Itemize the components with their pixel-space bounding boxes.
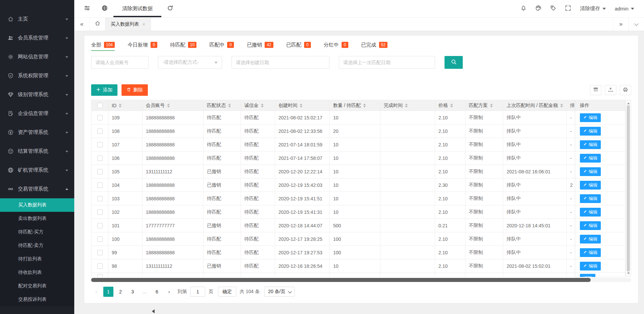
filter-tab[interactable]: 今日新增0 <box>128 38 157 52</box>
theme-button[interactable] <box>531 5 546 12</box>
filter-tab[interactable]: 匹配中0 <box>209 38 234 52</box>
export-button[interactable] <box>605 85 616 95</box>
edit-button[interactable]: 编辑 <box>580 248 601 257</box>
column-header-last_match[interactable]: 上次匹配时间 / 匹配金额 <box>503 100 567 111</box>
search-button[interactable] <box>445 56 463 69</box>
refresh-button[interactable] <box>161 0 179 17</box>
sidebar-item-infinity[interactable]: 交易管理系统 <box>0 179 74 198</box>
filter-tab[interactable]: 已撤销42 <box>247 38 273 52</box>
row-checkbox[interactable] <box>97 169 103 174</box>
sidebar-subitem[interactable]: 待收款列表 <box>0 266 74 279</box>
table-horizontal-scrollbar[interactable] <box>91 278 631 282</box>
user-dropdown[interactable]: admin <box>610 6 639 11</box>
column-header-queue_time[interactable]: 排单时间 <box>567 100 575 111</box>
tabs-scroll-left-button[interactable]: « <box>74 18 90 31</box>
sidebar-subitem[interactable]: 待匹配-买方 <box>0 225 74 239</box>
last-match-date-input[interactable] <box>339 56 435 69</box>
sidebar-subitem[interactable]: 配对交易列表 <box>0 279 74 293</box>
sidebar-item-shield[interactable]: 系统权限管理 <box>0 66 74 85</box>
print-button[interactable] <box>620 85 631 95</box>
topnav-active-item[interactable]: 清除测试数据 <box>113 0 161 17</box>
sidebar-item-doc[interactable]: 企业信息管理 <box>0 104 74 123</box>
sidebar-subitem[interactable]: 待匹配-卖方 <box>0 239 74 252</box>
page-size-select[interactable]: 20 条/页 <box>264 287 294 297</box>
column-header-price[interactable]: 价格 <box>435 100 465 111</box>
layout-toggle-button[interactable] <box>78 0 96 17</box>
select-all-checkbox[interactable] <box>97 103 103 108</box>
account-input[interactable] <box>91 56 149 69</box>
sidebar-item-globe[interactable]: 矿机管理系统 <box>0 161 74 179</box>
column-header-id[interactable]: ID <box>108 100 142 111</box>
tabs-menu-button[interactable] <box>628 18 644 31</box>
row-checkbox[interactable] <box>97 196 103 201</box>
page-number-button[interactable]: 1 <box>103 287 113 297</box>
edit-button[interactable]: 编辑 <box>580 235 601 244</box>
goto-page-input[interactable] <box>190 287 205 297</box>
sidebar-subitem[interactable]: 卖出数据列表 <box>0 212 74 225</box>
page-scroll-left-icon[interactable] <box>150 309 155 313</box>
edit-button[interactable]: 编辑 <box>580 262 601 270</box>
sidebar-item-home[interactable]: 主页 <box>0 9 74 28</box>
add-button[interactable]: 添加 <box>91 84 117 96</box>
edit-button[interactable]: 编辑 <box>580 194 601 203</box>
create-date-input[interactable] <box>232 56 329 69</box>
filter-tab[interactable]: 分红中0 <box>324 38 348 52</box>
edit-button[interactable]: 编辑 <box>580 113 601 122</box>
row-checkbox[interactable] <box>97 209 103 215</box>
column-header-created_at[interactable]: 创建时间 <box>275 100 330 111</box>
filter-tab[interactable]: 已完成52 <box>361 38 387 52</box>
row-checkbox[interactable] <box>97 155 103 161</box>
match-method-select[interactable]: -请选择匹配方式- <box>158 56 222 69</box>
page-number-button[interactable]: 2 <box>115 287 126 297</box>
page-number-button[interactable]: 3 <box>128 287 138 297</box>
columns-toggle-button[interactable] <box>590 85 601 95</box>
page-ellipsis[interactable]: … <box>140 287 150 297</box>
sidebar-item-gem[interactable]: 级别管理系统 <box>0 85 74 104</box>
goto-confirm-button[interactable]: 确定 <box>218 287 236 297</box>
sidebar-item-users[interactable]: 会员系统管理 <box>0 28 74 47</box>
edit-button[interactable]: 编辑 <box>580 274 595 277</box>
row-checkbox[interactable] <box>97 142 103 147</box>
row-checkbox[interactable] <box>97 236 103 242</box>
edit-button[interactable]: 编辑 <box>580 208 601 217</box>
prev-page-button[interactable]: ‹ <box>91 287 101 297</box>
row-checkbox[interactable] <box>97 263 103 269</box>
clear-cache-dropdown[interactable]: 清除缓存 <box>575 5 610 12</box>
row-checkbox[interactable] <box>97 274 103 277</box>
sidebar-item-yen[interactable]: 资产管理系统 <box>0 123 74 142</box>
row-checkbox[interactable] <box>97 115 103 120</box>
edit-button[interactable]: 编辑 <box>580 167 601 176</box>
column-header-account[interactable]: 会员账号 <box>142 100 204 111</box>
close-icon[interactable]: × <box>142 22 145 27</box>
row-checkbox[interactable] <box>97 129 103 134</box>
column-header-match_status[interactable]: 匹配状态 <box>204 100 241 111</box>
delete-button[interactable]: 删除 <box>122 84 148 96</box>
tab-home-button[interactable] <box>90 18 105 31</box>
edit-button[interactable]: 编辑 <box>580 154 601 163</box>
tag-button[interactable] <box>546 5 561 12</box>
row-checkbox[interactable] <box>97 182 103 188</box>
sidebar-subitem[interactable]: 交易投诉列表 <box>0 293 74 306</box>
edit-button[interactable]: 编辑 <box>580 140 601 149</box>
filter-tab[interactable]: 全部104 <box>91 38 115 52</box>
edit-button[interactable]: 编辑 <box>580 127 601 136</box>
next-page-button[interactable]: › <box>164 287 174 297</box>
table-vertical-scrollbar[interactable] <box>625 100 631 277</box>
sidebar-subitem[interactable]: 待打款列表 <box>0 252 74 266</box>
notifications-button[interactable] <box>516 5 531 12</box>
tabs-scroll-right-button[interactable]: » <box>613 18 628 31</box>
site-home-button[interactable] <box>96 0 113 17</box>
sidebar-subitem[interactable]: 买入数据列表 <box>0 198 74 212</box>
column-header-finished_at[interactable]: 完成时间 <box>380 100 435 111</box>
edit-button[interactable]: 编辑 <box>580 221 601 230</box>
page-number-button[interactable]: 6 <box>152 287 162 297</box>
vertical-scrollbar-thumb[interactable] <box>627 105 630 272</box>
edit-button[interactable]: 编辑 <box>580 181 601 190</box>
sidebar-item-gear[interactable]: 网站信息管理 <box>0 47 74 66</box>
filter-tab[interactable]: 已匹配0 <box>286 38 311 52</box>
column-header-trust_fund[interactable]: 诚信金 <box>241 100 275 111</box>
tab-buy-data-list[interactable]: 买入数据列表 × <box>105 18 151 31</box>
column-header-quantity[interactable]: 数量 / 待匹配 <box>330 100 380 111</box>
row-checkbox[interactable] <box>97 250 103 255</box>
sidebar-item-smile[interactable]: 结算管理系统 <box>0 142 74 161</box>
